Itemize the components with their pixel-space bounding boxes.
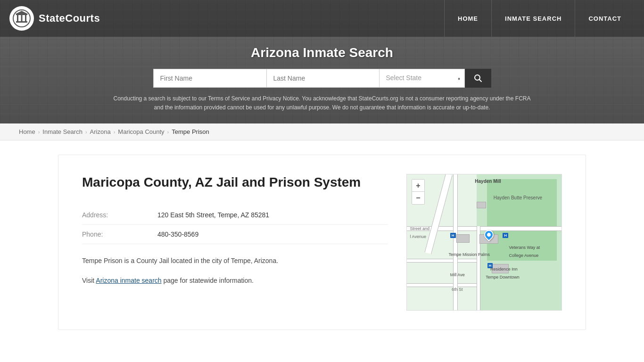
breadcrumb-state[interactable]: Arizona [90,128,111,135]
zoom-in-button[interactable]: + [412,180,424,192]
building-4 [477,202,486,208]
content-left: Maricopa County, AZ Jail and Prison Syst… [82,174,388,311]
map-label-tempe-downtown: Tempe Downtown [486,275,520,280]
pin-inner [486,232,491,238]
nav-links: HOME INMATE SEARCH CONTACT [444,0,635,37]
phone-row: Phone: 480-350-8569 [82,224,388,244]
last-name-input[interactable] [266,69,380,88]
svg-line-8 [479,80,481,82]
description-text: Tempe Prison is a County Jail located in… [82,255,388,267]
privacy-notice-link[interactable]: Privacy Notice [263,95,299,102]
breadcrumb-sep-2: › [85,129,87,135]
hotel-icon-1: H [450,233,456,238]
map-label-veterans: Veterans Way at [509,245,540,250]
nav-inmate-search[interactable]: INMATE SEARCH [491,0,575,37]
svg-rect-2 [16,14,27,15]
map-label-6th-st: 6th St [452,287,463,292]
address-row: Address: 120 East 5th Street, Tempe, AZ … [82,206,388,225]
hotel-icon-3: H [503,233,508,238]
visit-suffix: page for statewide information. [162,277,254,284]
search-bar: Select State Arizona California ⬧ [9,69,635,88]
map-label-avenue: l Avenue [410,234,426,239]
map-attribution: Leaflet | Map data © OpenStreetMap contr… [407,310,561,311]
street-diag [425,174,453,254]
state-select[interactable]: Select State Arizona California [380,69,464,86]
map-label-street: Street and [410,226,430,231]
map-label-hayden-butte: Hayden Butte Preserve [494,195,542,200]
building-1 [456,234,470,243]
main-content: Maricopa County, AZ Jail and Prison Syst… [30,140,614,358]
visit-prefix: Visit [82,277,96,284]
map-container: H H H Hayden Mill Hayden Butte Preserve … [406,174,562,311]
site-name: StateCourts [39,12,100,25]
map-location-pin [484,230,495,241]
map-label-residence: Residence Inn [490,267,518,272]
breadcrumb-sep-3: › [114,129,116,135]
breadcrumb-sep-4: › [167,129,169,135]
header-main: Arizona Inmate Search Select State Arizo… [0,37,644,123]
facility-title: Maricopa County, AZ Jail and Prison Syst… [82,174,388,191]
breadcrumb-home[interactable]: Home [19,128,35,135]
logo-area[interactable]: StateCourts [9,6,100,31]
map-label-college-ave: College Avenue [509,253,538,258]
visit-text: Visit Arizona inmate search page for sta… [82,275,388,287]
info-table: Address: 120 East 5th Street, Tempe, AZ … [82,206,388,244]
phone-label: Phone: [82,224,157,244]
zoom-out-button[interactable]: − [412,192,424,204]
arizona-inmate-search-link[interactable]: Arizona inmate search [96,277,161,284]
map-label-tempe-mission: Tempe Mission Palms [449,252,490,257]
address-label: Address: [82,206,157,225]
search-button[interactable] [465,69,491,88]
state-select-wrapper: Select State Arizona California ⬧ [380,69,465,88]
logo-icon [9,6,34,31]
search-icon [474,74,482,82]
breadcrumb-sep-1: › [38,129,40,135]
map-zoom-controls: + − [412,179,425,205]
street-h3 [407,283,477,287]
phone-value: 480-350-8569 [157,224,388,244]
breadcrumb-county[interactable]: Maricopa County [118,128,164,135]
site-header: StateCourts HOME INMATE SEARCH CONTACT A… [0,0,644,123]
content-right: H H H Hayden Mill Hayden Butte Preserve … [406,174,562,311]
map-label-hayden-mill: Hayden Mill [475,179,501,184]
svg-rect-5 [25,15,26,21]
breadcrumb-inmate-search[interactable]: Inmate Search [42,128,83,135]
terms-of-service-link[interactable]: Terms of Service [208,95,250,102]
nav-home[interactable]: HOME [444,0,491,37]
address-value: 120 East 5th Street, Tempe, AZ 85281 [157,206,388,225]
breadcrumb-current: Tempe Prison [172,128,209,135]
svg-rect-4 [21,15,23,21]
map-label-mill-ave: Mill Ave [450,272,465,277]
content-card: Maricopa County, AZ Jail and Prison Syst… [58,155,586,330]
main-nav: StateCourts HOME INMATE SEARCH CONTACT [0,0,644,37]
first-name-input[interactable] [153,69,266,88]
map-bg[interactable]: H H H Hayden Mill Hayden Butte Preserve … [407,174,561,310]
street-h2 [407,259,477,263]
header-disclaimer: Conducting a search is subject to our Te… [110,94,534,120]
header-title: Arizona Inmate Search [9,45,635,60]
nav-contact[interactable]: CONTACT [575,0,635,37]
breadcrumb: Home › Inmate Search › Arizona › Maricop… [0,123,644,140]
svg-rect-1 [16,21,27,23]
pin-shape [482,228,495,241]
svg-rect-3 [17,15,18,21]
